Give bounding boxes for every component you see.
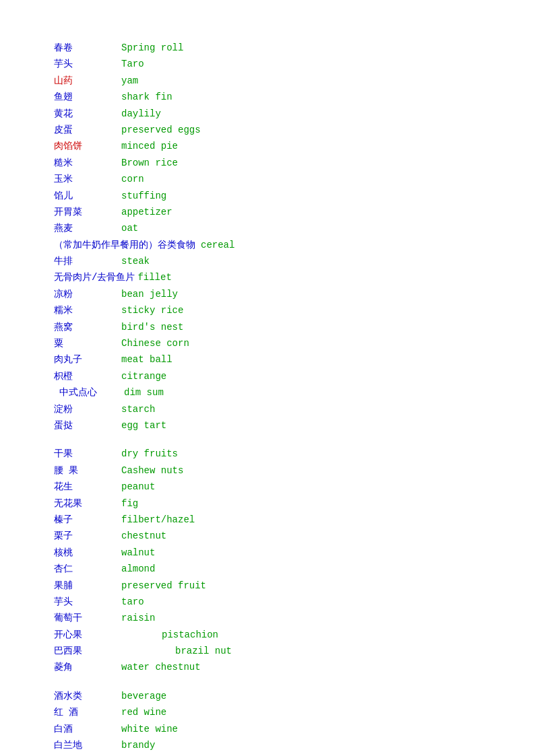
list-item: 山药 yam <box>54 73 481 88</box>
section-2: 凉粉 bean jelly 糯米 sticky rice 燕窝 bird's n… <box>54 287 481 384</box>
chinese-text: 果脯 <box>54 578 121 593</box>
list-item: 无花果 fig <box>54 496 481 511</box>
english-text: stuffing <box>121 188 166 203</box>
dimsum-item: 中式点心 dim sum <box>54 385 481 400</box>
list-item: 芋头 Taro <box>54 57 481 71</box>
chinese-text: 开胃菜 <box>54 205 121 219</box>
english-text: Taro <box>121 57 144 71</box>
chinese-text: 山药 <box>54 73 121 88</box>
english-text: taro <box>121 594 144 609</box>
chinese-text: 燕麦 <box>54 221 121 236</box>
english-text: dry fruits <box>121 446 178 461</box>
chinese-text: 枳橙 <box>54 369 121 384</box>
list-item: 杏仁 almond <box>54 561 481 576</box>
english-text: corn <box>121 172 144 186</box>
english-text: brandy <box>121 738 155 753</box>
section-gap <box>54 677 481 689</box>
chinese-text: 菱角 <box>54 660 121 675</box>
list-item: 馅儿 stuffing <box>54 188 481 203</box>
list-item: 燕窝 bird's nest <box>54 320 481 335</box>
chinese-text: 肉馅饼 <box>54 139 121 153</box>
list-item: 糯米 sticky rice <box>54 303 481 318</box>
english-text: oat <box>121 221 138 236</box>
chinese-text: 鱼翅 <box>54 90 121 104</box>
english-text: Brown rice <box>121 156 178 170</box>
english-text: water chestnut <box>121 660 201 675</box>
english-text: fig <box>121 496 138 511</box>
english-text: raisin <box>121 611 155 625</box>
english-text: beverage <box>121 689 166 703</box>
section-1: 春卷 Spring roll 芋头 Taro 山药 yam 鱼翅 shark f… <box>54 40 481 236</box>
section-3: 淀粉 starch 蛋挞 egg tart <box>54 402 481 434</box>
chinese-text: 芋头 <box>54 57 121 71</box>
english-text: bird's nest <box>121 320 183 335</box>
list-item: 腰 果 Cashew nuts <box>54 463 481 478</box>
list-item: 白兰地 brandy <box>54 738 481 753</box>
english-text: fillet <box>137 270 171 285</box>
english-text: white wine <box>121 722 178 736</box>
chinese-text: 粟 <box>54 336 121 351</box>
english-text: minced pie <box>121 139 178 153</box>
list-item: 肉丸子 meat ball <box>54 352 481 367</box>
cereal-note: （常加牛奶作早餐用的）谷类食物 cereal <box>54 238 481 252</box>
list-item: 榛子 filbert/hazel <box>54 512 481 527</box>
list-item: 春卷 Spring roll <box>54 40 481 55</box>
english-text: red wine <box>121 705 166 720</box>
chinese-text: 白酒 <box>54 722 121 736</box>
chinese-text: 馅儿 <box>54 188 121 203</box>
chinese-text: 燕窝 <box>54 320 121 335</box>
section-gap <box>54 434 481 446</box>
content: 春卷 Spring roll 芋头 Taro 山药 yam 鱼翅 shark f… <box>54 40 481 753</box>
chinese-text: 栗子 <box>54 528 121 543</box>
section-nuts: 干果 dry fruits 腰 果 Cashew nuts 花生 peanut … <box>54 446 481 625</box>
english-text: preserved fruit <box>121 578 206 593</box>
list-item: 黄花 daylily <box>54 106 481 121</box>
english-text: citrange <box>121 369 166 384</box>
english-text: egg tart <box>121 418 166 433</box>
chinese-text: 淀粉 <box>54 402 121 417</box>
list-item: 粟 Chinese corn <box>54 336 481 351</box>
list-item: 蛋挞 egg tart <box>54 418 481 433</box>
chinese-text: 巴西果 <box>54 644 121 658</box>
chinese-text: 芋头 <box>54 594 121 609</box>
water-chestnut-item: 菱角 water chestnut <box>54 660 481 675</box>
english-text: steak <box>121 254 150 269</box>
chinese-text: 凉粉 <box>54 287 121 302</box>
list-item: 肉馅饼 minced pie <box>54 139 481 153</box>
chinese-text: 花生 <box>54 479 121 494</box>
list-item: 葡萄干 raisin <box>54 611 481 625</box>
chinese-text: 腰 果 <box>54 463 121 478</box>
english-text: dim sum <box>124 385 164 400</box>
chinese-text: 无骨肉片/去骨鱼片 <box>54 270 135 285</box>
chinese-text: 杏仁 <box>54 561 121 576</box>
english-text: walnut <box>121 545 155 560</box>
chinese-text: 酒水类 <box>54 689 121 703</box>
list-item: 开胃菜 appetizer <box>54 205 481 219</box>
chinese-text: 糙米 <box>54 156 121 170</box>
english-text: starch <box>121 402 155 417</box>
list-item: 栗子 chestnut <box>54 528 481 543</box>
chinese-text: 核桃 <box>54 545 121 560</box>
english-text: Cashew nuts <box>121 463 183 478</box>
chinese-text: 干果 <box>54 446 121 461</box>
list-item: 芋头 taro <box>54 594 481 609</box>
chinese-text: 皮蛋 <box>54 123 121 137</box>
chinese-text: 开心果 <box>54 627 121 642</box>
chinese-text: 糯米 <box>54 303 121 318</box>
english-text: meat ball <box>121 352 172 367</box>
list-item: 核桃 walnut <box>54 545 481 560</box>
english-text: daylily <box>121 106 161 121</box>
chinese-text: 红 酒 <box>54 705 121 720</box>
list-item: 燕麦 oat <box>54 221 481 236</box>
english-text: peanut <box>121 479 155 494</box>
list-item: 酒水类 beverage <box>54 689 481 703</box>
list-item: 枳橙 citrange <box>54 369 481 384</box>
english-text: preserved eggs <box>121 123 201 137</box>
list-item: 果脯 preserved fruit <box>54 578 481 593</box>
chinese-text: 肉丸子 <box>54 352 121 367</box>
english-text: brazil nut <box>175 644 232 658</box>
english-text: cereal <box>201 238 234 252</box>
chinese-text: 牛排 <box>54 254 121 269</box>
chinese-text: 黄花 <box>54 106 121 121</box>
section-beverage: 酒水类 beverage 红 酒 red wine 白酒 white wine … <box>54 689 481 753</box>
